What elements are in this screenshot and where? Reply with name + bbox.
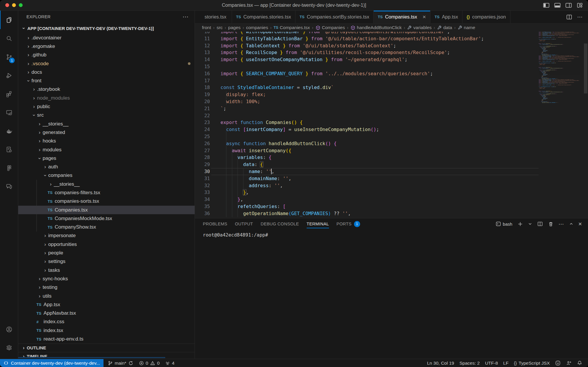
extensions-activity-icon[interactable] [0,85,18,103]
layout-customize-icon[interactable] [576,2,583,9]
sidebar-horizontal-scrollbar[interactable] [18,357,165,358]
comments-activity-icon[interactable] [0,177,18,196]
layout-sidebar-right-icon[interactable] [565,2,572,9]
tree-folder-companies[interactable]: ›companies [18,171,195,180]
tab-companies-stories-tsx[interactable]: TSCompanies.stories.tsx [232,11,295,23]
tree-file-companies-filters-tsx[interactable]: TScompanies-filters.tsx [18,188,195,197]
tree-file-index-tsx[interactable]: TSindex.tsx [18,326,195,335]
git-branch-status[interactable]: main* [103,359,136,367]
container-tools-activity-icon[interactable] [0,140,18,159]
panel-more-actions-icon[interactable]: ⋯ [559,221,564,227]
tree-folder-testing[interactable]: ›testing [18,283,195,292]
docker-activity-icon[interactable] [0,122,18,140]
tree-folder-modules[interactable]: ›modules [18,145,195,154]
tree-folder-public[interactable]: ›public [18,102,195,111]
breadcrumb-item-variables[interactable]: variables [407,25,432,30]
tree-file-companiesmockmode-tsx[interactable]: TSCompaniesMockMode.tsx [18,214,195,223]
tree-folder-opportunities[interactable]: ›opportunities [18,240,195,249]
tree-folder-utils[interactable]: ›utils [18,292,195,300]
breadcrumb-item-handleaddbuttonclick[interactable]: handleAddButtonClick [350,25,402,30]
copilot-status-icon[interactable] [552,360,563,366]
tab-companies-sortby-stories-tsx[interactable]: TSCompanies.sortBy.stories.tsx [295,11,374,23]
breadcrumb-item-companies[interactable]: companies [246,25,268,30]
terminal-dropdown-icon[interactable] [528,222,532,226]
kill-terminal-trash-icon[interactable] [548,221,554,227]
minimize-window-button[interactable] [12,3,16,7]
figma-activity-icon[interactable] [0,159,18,177]
layout-panel-icon[interactable] [554,2,561,9]
panel-tab-terminal[interactable]: TERMINAL [307,218,329,229]
code-editor[interactable]: 1011121314151617181920212223242526272829… [195,32,588,218]
indentation-status[interactable]: Spaces: 2 [457,361,482,366]
layout-sidebar-left-icon[interactable] [543,2,550,9]
editor-more-actions-icon[interactable]: ⋯ [577,14,583,20]
workspace-section-header[interactable]: › APP [CONTAINER DEV-TWENTY-DEV (DEV-TWE… [18,23,195,33]
tree-file-companyshow-tsx[interactable]: TSCompanyShow.tsx [18,223,195,232]
explorer-more-actions-icon[interactable]: ⋯ [183,13,189,20]
tab-app-tsx[interactable]: TSApp.tsx [430,11,462,23]
panel-tab-debug-console[interactable]: DEBUG CONSOLE [260,218,299,229]
outline-section-header[interactable]: › OUTLINE [18,343,195,352]
tree-folder--github[interactable]: ›.github [18,51,195,59]
cursor-position-status[interactable]: Ln 30, Col 19 [425,361,457,366]
panel-tab-output[interactable]: OUTPUT [235,218,253,229]
source-control-activity-icon[interactable]: 1 [0,48,18,66]
maximize-panel-icon[interactable] [569,222,573,226]
tree-file-app-tsx[interactable]: TSApp.tsx [18,300,195,309]
feedback-icon[interactable] [563,360,574,366]
notifications-bell-icon[interactable] [574,360,585,366]
breadcrumb-item-name[interactable]: name [458,25,475,30]
tree-folder--vscode[interactable]: ›.vscode [18,59,195,68]
breadcrumb-item-front[interactable]: front [202,25,211,30]
breadcrumb-item-pages[interactable]: pages [228,25,240,30]
tree-folder-front[interactable]: ›front [18,76,195,85]
remote-indicator[interactable]: Container dev-twenty-dev (dev-twenty-dev… [0,359,103,367]
language-mode-status[interactable]: {} TypeScript JSX [511,361,552,366]
split-terminal-icon[interactable] [537,221,543,227]
breadcrumb-item-src[interactable]: src [217,25,223,30]
tree-folder-tasks[interactable]: ›tasks [18,266,195,274]
tree-folder-sync-hooks[interactable]: ›sync-hooks [18,274,195,283]
tree-folder-people[interactable]: ›people [18,249,195,257]
run-debug-activity-icon[interactable] [0,66,18,85]
tree-folder-auth[interactable]: ›auth [18,162,195,171]
tree-folder--ergomake[interactable]: ›.ergomake [18,42,195,51]
problems-status[interactable]: 0 0 [136,359,162,367]
encoding-status[interactable]: UTF-8 [482,361,501,366]
breadcrumb-item-companies[interactable]: Companies [315,25,345,30]
eol-status[interactable]: LF [501,361,511,366]
settings-activity-icon[interactable] [0,338,18,357]
panel-tab-ports[interactable]: PORTS1 [337,218,360,229]
tree-folder-generated[interactable]: ›generated [18,128,195,137]
tree-folder-docs[interactable]: ›docs [18,68,195,76]
search-activity-icon[interactable] [0,29,18,48]
ports-status[interactable]: 4 [162,359,177,367]
tree-folder-pages[interactable]: ›pages [18,154,195,162]
tree-file-react-app-env-d-ts[interactable]: TSreact-app-env.d.ts [18,335,195,343]
tree-folder-src[interactable]: ›src [18,111,195,120]
breadcrumb-item-companies-tsx[interactable]: TSCompanies.tsx [274,25,310,30]
tree-folder-node-modules[interactable]: ›node_modules [18,94,195,102]
panel-tab-problems[interactable]: PROBLEMS [203,218,227,229]
minimap[interactable]: import { WithTopBarContainer } from '@/u… [539,32,583,218]
tree-folder-settings[interactable]: ›settings [18,257,195,266]
tree-file-index-css[interactable]: #index.css [18,318,195,326]
close-panel-icon[interactable]: ✕ [578,221,582,227]
zoom-window-button[interactable] [19,3,23,7]
close-window-button[interactable] [5,3,9,7]
remote-explorer-activity-icon[interactable] [0,103,18,122]
tree-folder-hooks[interactable]: ›hooks [18,137,195,145]
tree-folder-impersonate[interactable]: ›impersonate [18,232,195,240]
tab-stories-tsx[interactable]: stories.tsx [195,11,232,23]
tree-folder--devcontainer[interactable]: ›.devcontainer [18,33,195,42]
editor-scrollbar[interactable] [584,43,587,93]
tree-file-companies-tsx[interactable]: TSCompanies.tsx [18,206,195,214]
terminal-output[interactable]: root@0a42ecd84891:/app# [195,229,588,359]
tab-companies-json[interactable]: {}companies.json [462,11,510,23]
tree-file-companies-sorts-tsx[interactable]: TScompanies-sorts.tsx [18,197,195,206]
explorer-activity-icon[interactable] [0,11,18,29]
tree-folder--stories-[interactable]: ›__stories__ [18,120,195,128]
tree-folder--stories-[interactable]: ›__stories__ [18,180,195,188]
tree-file-appnavbar-tsx[interactable]: TSAppNavbar.tsx [18,309,195,318]
tree-folder--storybook[interactable]: ›.storybook [18,85,195,94]
